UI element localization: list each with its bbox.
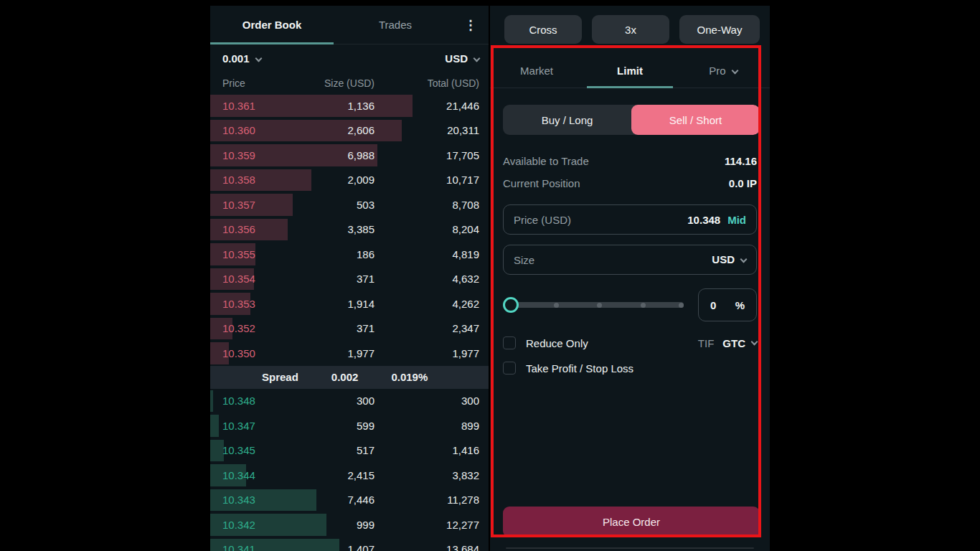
display-unit-value: USD	[445, 52, 468, 65]
size-cell: 1,914	[298, 298, 374, 310]
size-cell: 503	[298, 199, 374, 211]
size-percent-row: 0 %	[503, 288, 757, 321]
total-cell: 17,705	[374, 149, 479, 161]
order-type-tabs: Market Limit Pro	[490, 53, 770, 88]
display-unit-dropdown[interactable]: USD	[445, 52, 479, 65]
total-cell: 8,204	[374, 223, 479, 235]
size-cell: 371	[298, 273, 374, 285]
slider-step-75[interactable]	[641, 303, 646, 308]
place-order-button[interactable]: Place Order	[503, 507, 760, 537]
tab-limit[interactable]: Limit	[583, 65, 677, 77]
kebab-menu-icon[interactable]: ⋮	[464, 17, 489, 33]
margin-mode-button[interactable]: Cross	[504, 15, 582, 44]
sell-short-button[interactable]: Sell / Short	[631, 105, 760, 135]
spread-value: 0.002	[331, 371, 359, 383]
size-input[interactable]: Size USD	[503, 245, 757, 275]
price-cell: 10.353	[222, 298, 298, 310]
price-cell: 10.355	[222, 248, 298, 260]
size-cell: 999	[298, 519, 374, 531]
tp-sl-label: Take Profit / Stop Loss	[526, 362, 633, 375]
chevron-down-icon	[751, 338, 758, 345]
price-cell: 10.359	[222, 149, 298, 161]
depth-bar	[210, 390, 213, 413]
tick-size-dropdown[interactable]: 0.001	[222, 52, 261, 65]
orderbook-row-ask[interactable]: 10.3602,60620,311	[210, 118, 489, 143]
price-cell: 10.350	[222, 347, 298, 359]
orderbook-row-bid[interactable]: 10.3442,4153,832	[210, 463, 489, 488]
tab-market[interactable]: Market	[490, 65, 583, 77]
slider-step-25[interactable]	[554, 303, 559, 308]
bids-list: 10.34830030010.34759989910.3455171,41610…	[210, 389, 489, 551]
spread-row[interactable]: Spread 0.002 0.019%	[210, 366, 489, 389]
total-cell: 1,977	[374, 347, 479, 359]
price-input-value[interactable]: 10.348	[687, 214, 720, 226]
orderbook-row-ask[interactable]: 10.3523712,347	[210, 316, 489, 342]
orderbook-row-ask[interactable]: 10.3551864,819	[210, 242, 489, 267]
size-cell: 1,407	[298, 543, 374, 551]
orderbook-row-bid[interactable]: 10.347599899	[210, 413, 489, 438]
tab-trades[interactable]: Trades	[334, 19, 457, 31]
trading-screen: Order Book Trades ⋮ 0.001 USD Price Size…	[0, 0, 980, 551]
orderbook-row-bid[interactable]: 10.3411,40713,684	[210, 537, 489, 551]
orderbook-row-ask[interactable]: 10.3596,98817,705	[210, 143, 489, 168]
spread-percent: 0.019%	[391, 371, 428, 383]
size-slider[interactable]	[503, 288, 684, 321]
size-percent-input[interactable]: 0 %	[698, 288, 757, 321]
tp-sl-checkbox[interactable]	[503, 362, 516, 375]
current-position-value: 0.0 IP	[729, 177, 757, 189]
orderbook-row-bid[interactable]: 10.3455171,416	[210, 438, 489, 463]
price-column-header: Price	[222, 77, 298, 89]
price-input-label: Price (USD)	[514, 214, 571, 226]
order-book-controls: 0.001 USD	[210, 44, 489, 73]
size-input-label: Size	[514, 254, 534, 266]
total-cell: 20,311	[374, 124, 479, 136]
reduce-only-checkbox[interactable]	[503, 336, 516, 349]
size-percent-value[interactable]: 0	[710, 299, 716, 311]
orderbook-row-bid[interactable]: 10.348300300	[210, 389, 489, 414]
slider-step-100[interactable]	[679, 303, 684, 308]
price-cell: 10.345	[222, 444, 298, 456]
total-cell: 8,708	[374, 199, 479, 211]
orderbook-row-ask[interactable]: 10.3611,13621,446	[210, 93, 489, 118]
order-book-panel: Order Book Trades ⋮ 0.001 USD Price Size…	[210, 6, 489, 551]
buy-long-button[interactable]: Buy / Long	[503, 105, 631, 135]
total-cell: 4,262	[374, 298, 479, 310]
current-position-row: Current Position 0.0 IP	[503, 172, 757, 194]
account-mode-buttons: Cross 3x One-Way	[490, 6, 770, 44]
total-cell: 12,277	[374, 519, 479, 531]
leverage-button[interactable]: 3x	[592, 15, 669, 44]
size-column-header: Size (USD)	[298, 77, 374, 89]
size-unit-dropdown[interactable]: USD	[712, 253, 746, 266]
available-to-trade-value: 114.16	[725, 155, 757, 167]
orderbook-row-bid[interactable]: 10.34299912,277	[210, 512, 489, 537]
order-book-tabbar: Order Book Trades ⋮	[210, 6, 489, 44]
price-input[interactable]: Price (USD) 10.348 Mid	[503, 204, 757, 235]
slider-step-50[interactable]	[597, 303, 602, 308]
orderbook-row-bid[interactable]: 10.3437,44611,278	[210, 488, 489, 513]
price-cell: 10.347	[222, 420, 298, 432]
mid-price-button[interactable]: Mid	[727, 214, 746, 226]
tp-sl-row: Take Profit / Stop Loss	[503, 359, 757, 377]
price-cell: 10.342	[222, 519, 298, 531]
price-cell: 10.358	[222, 174, 298, 186]
tab-pro[interactable]: Pro	[677, 65, 770, 77]
orderbook-row-ask[interactable]: 10.3501,9771,977	[210, 341, 489, 366]
size-cell: 1,977	[298, 347, 374, 359]
orderbook-row-ask[interactable]: 10.3563,3858,204	[210, 217, 489, 242]
price-cell: 10.344	[222, 469, 298, 481]
position-mode-button[interactable]: One-Way	[679, 15, 760, 44]
tif-dropdown[interactable]: TIF GTC	[698, 337, 757, 349]
tif-label: TIF	[698, 337, 715, 349]
orderbook-row-ask[interactable]: 10.3582,00910,717	[210, 168, 489, 193]
active-tab-underline	[210, 42, 334, 44]
tab-order-book[interactable]: Order Book	[210, 19, 334, 31]
order-entry-panel: Cross 3x One-Way Market Limit Pro Buy / …	[490, 6, 770, 551]
orderbook-row-ask[interactable]: 10.3575038,708	[210, 192, 489, 217]
size-cell: 517	[298, 444, 374, 456]
slider-handle[interactable]	[503, 297, 519, 313]
orderbook-row-ask[interactable]: 10.3543714,632	[210, 267, 489, 292]
depth-bar	[210, 415, 219, 437]
total-cell: 21,446	[374, 100, 479, 112]
orderbook-row-ask[interactable]: 10.3531,9144,262	[210, 291, 489, 316]
available-to-trade-row: Available to Trade 114.16	[503, 150, 757, 172]
